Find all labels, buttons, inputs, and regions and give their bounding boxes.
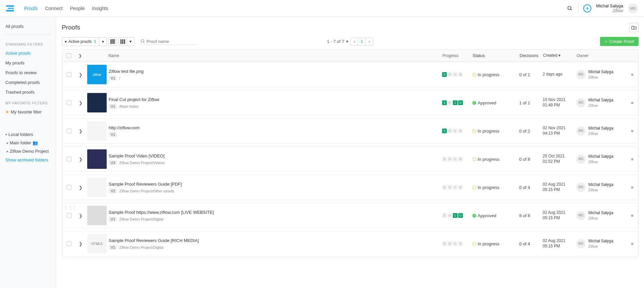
row-checkbox[interactable] bbox=[67, 72, 71, 77]
progress-socd: SOCD bbox=[442, 129, 472, 133]
svg-rect-7 bbox=[112, 39, 115, 40]
expand-all[interactable]: ❯ bbox=[75, 53, 85, 58]
col-created[interactable]: Created ▾ bbox=[543, 53, 577, 58]
row-checkbox[interactable] bbox=[67, 157, 71, 161]
table-row[interactable]: ❯ Sample Proof Reviewers Guide [PDF] V2Z… bbox=[62, 175, 638, 200]
sidebar-trashed-proofs[interactable]: Trashed proofs bbox=[0, 87, 56, 97]
row-expand[interactable]: ❯ bbox=[76, 185, 85, 190]
row-thumbnail[interactable] bbox=[87, 93, 107, 112]
row-expand[interactable]: ❯ bbox=[76, 213, 85, 218]
table-row[interactable]: ⋮⋮⋮ ❯ Sample Proof https://www.ziflow.co… bbox=[62, 203, 638, 228]
table-row[interactable]: ❯ http://ziflow.com V1 SOCD In progress … bbox=[62, 118, 638, 144]
proofs-table: ❯ Name Progress Status Decisions Created… bbox=[62, 49, 639, 258]
svg-rect-13 bbox=[124, 39, 125, 44]
row-menu[interactable]: ≡ bbox=[627, 185, 638, 190]
progress-c-badge: C bbox=[453, 157, 458, 161]
sidebar-favorite-header: MY FAVORITE FILTERS bbox=[0, 97, 56, 107]
table-row[interactable]: ❯ Final Cut project for Ziflow V1/Main f… bbox=[62, 90, 638, 115]
sidebar-favorite-filter[interactable]: ★My favorite filter bbox=[0, 107, 56, 117]
proof-name[interactable]: http://ziflow.com bbox=[109, 125, 439, 130]
proof-name[interactable]: Sample Proof Video [VIDEO] bbox=[109, 153, 439, 158]
proof-name[interactable]: Ziflow test file.png bbox=[109, 69, 439, 74]
proof-name[interactable]: Sample Proof Reviewers Guide [RICH MEDIA… bbox=[109, 238, 439, 243]
col-status[interactable]: Status bbox=[473, 53, 520, 58]
user-block[interactable]: Michał Sałyga Ziflow bbox=[596, 3, 623, 13]
table-row[interactable]: ❯ ziflow Ziflow test file.png V1/ SOCD I… bbox=[62, 62, 638, 87]
sidebar-my-proofs[interactable]: My proofs bbox=[0, 58, 56, 68]
col-decisions[interactable]: Decisions bbox=[520, 53, 543, 58]
owner-name: Michał Sałyga bbox=[588, 210, 613, 216]
proof-path: Ziflow Demo Project/Other assets bbox=[119, 189, 174, 193]
table-row[interactable]: ❯ HTML5 Sample Proof Reviewers Guide [RI… bbox=[62, 231, 638, 256]
row-thumbnail[interactable] bbox=[87, 206, 107, 225]
svg-point-19 bbox=[473, 157, 476, 161]
row-thumbnail[interactable]: ziflow bbox=[87, 65, 107, 84]
sidebar-proofs-review[interactable]: Proofs to review bbox=[0, 68, 56, 78]
row-checkbox[interactable] bbox=[67, 129, 71, 133]
proof-name[interactable]: Final Cut project for Ziflow bbox=[109, 97, 439, 102]
row-checkbox[interactable] bbox=[67, 213, 71, 218]
row-checkbox[interactable] bbox=[67, 100, 71, 105]
nav-proofs[interactable]: Proofs bbox=[24, 6, 38, 11]
sidebar-folder-main[interactable]: ▸Main folder 👥 bbox=[0, 139, 56, 147]
row-expand[interactable]: ❯ bbox=[76, 157, 85, 162]
table-row[interactable]: ❯ Sample Proof Video [VIDEO] V3Ziflow De… bbox=[62, 146, 638, 172]
sidebar-show-archived[interactable]: Show archived folders bbox=[0, 155, 56, 164]
proof-name[interactable]: Sample Proof Reviewers Guide [PDF] bbox=[109, 182, 439, 187]
add-button[interactable] bbox=[583, 4, 591, 12]
row-menu[interactable]: ≡ bbox=[627, 241, 638, 246]
col-owner[interactable]: Owner bbox=[577, 53, 627, 58]
status-text: Approved bbox=[478, 213, 496, 218]
search-icon[interactable] bbox=[566, 5, 574, 12]
create-proof-button[interactable]: +Create Proof bbox=[600, 37, 639, 46]
row-checkbox[interactable] bbox=[67, 241, 71, 246]
new-folder-button[interactable] bbox=[629, 23, 639, 32]
view-mode-list[interactable] bbox=[108, 37, 117, 46]
row-menu[interactable]: ≡ bbox=[627, 157, 638, 162]
select-all-checkbox[interactable] bbox=[66, 53, 71, 58]
drag-handle-icon[interactable]: ⋮⋮⋮ bbox=[64, 205, 77, 210]
row-menu[interactable]: ≡ bbox=[627, 129, 638, 134]
row-thumbnail[interactable] bbox=[87, 178, 107, 197]
version-badge: V1 bbox=[109, 132, 117, 137]
created-date: 25 Oct 2021 bbox=[543, 154, 576, 159]
row-expand[interactable]: ❯ bbox=[76, 72, 85, 77]
progress-s-badge: S bbox=[442, 185, 447, 190]
col-name[interactable]: Name bbox=[108, 53, 442, 58]
page-current[interactable]: 1 bbox=[358, 38, 366, 45]
proof-name[interactable]: Sample Proof https://www.ziflow.com [LIV… bbox=[109, 210, 439, 215]
nav-people[interactable]: People bbox=[70, 6, 85, 11]
col-progress[interactable]: Progress bbox=[442, 53, 473, 58]
in-progress-icon bbox=[472, 129, 476, 133]
owner-avatar: MS bbox=[576, 126, 586, 136]
proof-search[interactable] bbox=[139, 38, 198, 45]
row-thumbnail[interactable]: HTML5 bbox=[87, 234, 107, 253]
avatar[interactable]: MS bbox=[628, 3, 638, 13]
view-mode-columns[interactable] bbox=[118, 37, 127, 46]
row-menu[interactable]: ≡ bbox=[627, 72, 638, 77]
row-thumbnail[interactable] bbox=[87, 149, 107, 169]
row-expand[interactable]: ❯ bbox=[76, 129, 85, 134]
logo[interactable] bbox=[6, 5, 14, 12]
filter-chip[interactable]: ▾Active proofs 1 ▾ bbox=[62, 37, 107, 46]
row-expand[interactable]: ❯ bbox=[76, 241, 85, 246]
nav-insights[interactable]: Insights bbox=[92, 6, 108, 11]
sidebar-folder-demo[interactable]: ▸Ziflow Demo Project bbox=[0, 147, 56, 155]
proof-search-input[interactable] bbox=[147, 39, 197, 44]
page-next[interactable]: › bbox=[366, 38, 373, 45]
sidebar-active-proofs[interactable]: Active proofs bbox=[0, 48, 56, 58]
row-checkbox[interactable] bbox=[67, 185, 71, 190]
sidebar-completed-proofs[interactable]: Completed proofs bbox=[0, 78, 56, 87]
sidebar-all-proofs[interactable]: All proofs bbox=[0, 21, 56, 31]
sidebar-local-folders[interactable]: ▾Local folders bbox=[0, 130, 56, 139]
row-menu[interactable]: ≡ bbox=[627, 213, 638, 218]
row-thumbnail[interactable] bbox=[87, 121, 107, 141]
row-expand[interactable]: ❯ bbox=[76, 100, 85, 105]
view-dropdown[interactable]: ▾ bbox=[127, 37, 135, 46]
row-menu[interactable]: ≡ bbox=[627, 100, 638, 105]
nav-connect[interactable]: Connect bbox=[45, 6, 62, 11]
created-date: 02 Aug 2021 bbox=[543, 182, 576, 187]
pagination-dropdown[interactable]: ▾ bbox=[346, 39, 348, 44]
page-prev[interactable]: ‹ bbox=[351, 38, 358, 45]
filter-dropdown[interactable]: ▾ bbox=[99, 38, 107, 46]
